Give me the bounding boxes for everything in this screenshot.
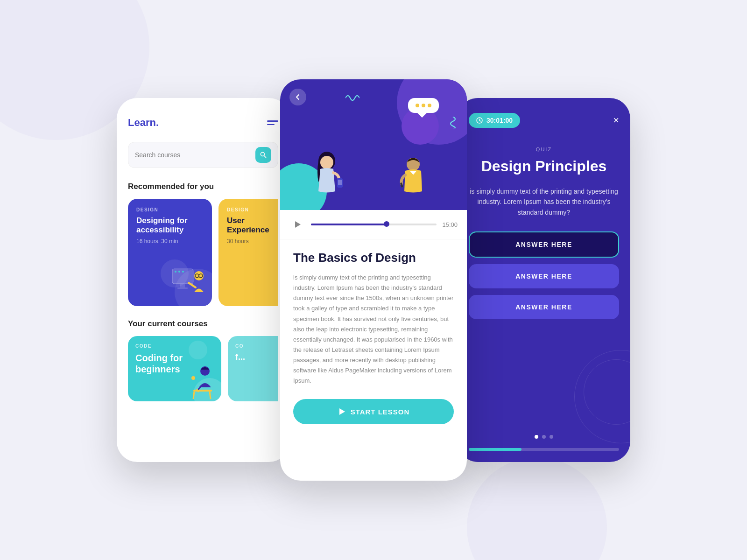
card-duration: 30 hours	[227, 238, 278, 245]
card-category-label: DESIGN	[227, 207, 278, 212]
course-card-accessibility[interactable]: DESIGN Designing for accessibility 16 ho…	[128, 199, 212, 306]
recommended-courses-list: DESIGN Designing for accessibility 16 ho…	[128, 199, 278, 306]
svg-rect-15	[193, 390, 212, 392]
answer-button-3[interactable]: ANSWER HERE	[469, 295, 619, 319]
video-header	[280, 79, 467, 210]
video-player-controls: 15:00	[280, 210, 467, 239]
teal2-category: CO	[235, 343, 278, 349]
speech-bubble	[408, 98, 439, 113]
svg-line-17	[210, 392, 211, 399]
current-courses-title: Your current courses	[128, 319, 278, 329]
app-header: Learn.	[128, 117, 278, 129]
search-icon	[260, 151, 267, 159]
hamburger-menu[interactable]	[267, 120, 278, 125]
start-lesson-button[interactable]: START LESSON	[293, 399, 454, 424]
quiz-progress-fill	[469, 448, 521, 451]
lesson-description: is simply dummy text of the printing and…	[293, 273, 454, 386]
lesson-body: The Basics of Design is simply dummy tex…	[280, 239, 467, 435]
lesson-title: The Basics of Design	[293, 251, 454, 265]
quiz-dot-3	[550, 435, 553, 439]
bubble-content	[416, 104, 431, 107]
video-character-man	[397, 154, 430, 205]
course-card-ux[interactable]: DESIGN User Experience 30 hours	[218, 199, 278, 306]
phone-quiz: 30:01:00 × QUIZ Design Principles is sim…	[458, 98, 630, 462]
search-input[interactable]	[135, 151, 255, 159]
timer-value: 30:01:00	[486, 117, 513, 124]
svg-point-20	[191, 376, 195, 380]
card-title: User Experience	[227, 216, 278, 235]
quiz-progress-bar	[469, 448, 619, 451]
teal2-title: f...	[235, 352, 278, 362]
card-person-illustration	[170, 259, 207, 306]
progress-fill	[311, 224, 387, 225]
video-character-woman	[308, 149, 345, 205]
quiz-question: is simply dummy text of the printing and…	[469, 186, 619, 217]
search-bar[interactable]	[128, 142, 278, 168]
app-logo: Learn.	[128, 117, 159, 129]
quiz-dot-1	[535, 435, 538, 439]
squiggle-deco	[345, 93, 359, 105]
close-button[interactable]: ×	[613, 114, 619, 126]
card-duration: 16 hours, 30 min	[136, 238, 204, 245]
play-icon	[293, 220, 302, 229]
hamburger-line-2	[267, 124, 275, 126]
hamburger-line-1	[267, 120, 278, 122]
card-title: Designing for accessibility	[136, 216, 204, 235]
quiz-header: 30:01:00 ×	[469, 113, 619, 128]
svg-point-6	[175, 271, 176, 273]
svg-point-8	[182, 271, 184, 273]
svg-line-1	[264, 156, 266, 158]
svg-rect-4	[180, 284, 185, 287]
quiz-title: Design Principles	[469, 158, 619, 175]
course-card-coding[interactable]: CODE Coding for beginners	[128, 336, 221, 401]
answer-button-2[interactable]: ANSWER HERE	[469, 264, 619, 288]
teal-card-person	[189, 364, 217, 401]
play-icon-btn	[338, 407, 346, 416]
svg-rect-5	[177, 287, 188, 289]
bubble-dot-2	[422, 104, 425, 107]
bubble-dot-3	[428, 104, 431, 107]
svg-point-22	[320, 156, 333, 169]
svg-line-16	[193, 392, 194, 399]
search-button[interactable]	[255, 147, 271, 163]
timer-badge: 30:01:00	[469, 113, 520, 128]
play-button[interactable]	[289, 217, 305, 232]
back-arrow-icon	[294, 93, 302, 101]
progress-knob	[384, 221, 389, 227]
current-courses-list: CODE Coding for beginners	[128, 336, 278, 401]
back-button[interactable]	[289, 89, 306, 105]
quiz-label: QUIZ	[469, 147, 619, 152]
svg-line-31	[479, 120, 481, 121]
teal-deco-2	[189, 341, 207, 359]
svg-marker-27	[295, 221, 301, 228]
svg-marker-28	[339, 408, 345, 415]
card-category-label: DESIGN	[136, 207, 204, 212]
quiz-dot-2	[542, 435, 546, 439]
squiggle-deco-2	[448, 117, 458, 130]
clock-icon	[476, 117, 483, 124]
video-progress-bar[interactable]	[311, 224, 437, 225]
bubble-dot-1	[416, 104, 419, 107]
answer-button-1[interactable]: ANSWER HERE	[469, 231, 619, 258]
phones-container: Learn. Recommended for you	[117, 79, 630, 481]
svg-rect-24	[338, 180, 342, 185]
recommended-title: Recommended for you	[128, 182, 278, 191]
svg-point-7	[178, 271, 180, 273]
phone-lesson-detail: 15:00 The Basics of Design is simply dum…	[280, 79, 467, 481]
phone-learn-app: Learn. Recommended for you	[117, 98, 289, 462]
video-duration: 15:00	[442, 221, 458, 228]
course-card-second[interactable]: CO f...	[228, 336, 278, 401]
